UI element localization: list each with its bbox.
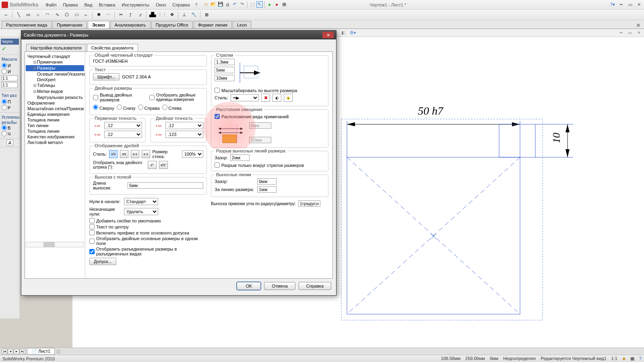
menu-edit[interactable]: Правка (60, 1, 81, 8)
circle-icon[interactable]: ○ (33, 11, 42, 19)
tree-dimensions[interactable]: ⊞Размеры (26, 65, 84, 71)
gap-input[interactable] (230, 154, 250, 161)
arrow-btn2[interactable]: ⬖ (272, 94, 281, 102)
options-icon[interactable]: ▦ (281, 1, 287, 8)
line-icon[interactable]: ╲ (14, 11, 23, 19)
prefix-check[interactable] (89, 230, 95, 235)
tree-dimxpert[interactable]: DimXpert (26, 77, 84, 82)
menu-insert[interactable]: Вставка (95, 1, 118, 8)
relations-icon[interactable]: ⊥ (180, 11, 189, 19)
print-icon[interactable]: 🖨 (225, 1, 231, 8)
tolerance-button[interactable]: Допуск... (89, 258, 116, 265)
tab-view-layout[interactable]: Расположение вида (2, 21, 52, 29)
tree-line-thickness[interactable]: Толщина линии (26, 117, 84, 123)
pos-right-radio[interactable] (138, 105, 143, 110)
sheet-next-icon[interactable]: ▸ (14, 349, 19, 354)
break-arrows-check[interactable] (215, 162, 220, 168)
pos-top-radio[interactable] (93, 105, 98, 110)
panel-tab[interactable]: Черте (1, 39, 19, 45)
stack-size-select[interactable]: 100% (182, 150, 203, 158)
minimize-icon[interactable]: ━ (618, 2, 625, 8)
convert-icon[interactable]: ⤴ (126, 11, 135, 19)
type-radio1[interactable] (2, 99, 7, 104)
type-radio2[interactable] (2, 105, 7, 110)
trailing-zeros-select[interactable]: Удалить (124, 208, 158, 215)
quick-snap-icon[interactable]: ⊞ (202, 11, 211, 19)
sheet-last-icon[interactable]: ▸| (20, 349, 25, 354)
scale-radio1[interactable] (2, 63, 7, 68)
cancel-button[interactable]: Отмена (264, 282, 295, 290)
stop-icon[interactable]: ● (274, 1, 280, 8)
ribbon-close-icon[interactable]: ✕ (636, 22, 641, 29)
primary-tol-select[interactable]: .12 (104, 131, 142, 138)
beyond-input[interactable] (257, 186, 277, 193)
frac-style3[interactable]: x-x (131, 150, 139, 158)
save-icon[interactable]: 💾 (217, 1, 224, 8)
paren-check[interactable] (89, 218, 95, 223)
tab-office[interactable]: Продукты Office (151, 21, 193, 29)
undo-icon[interactable]: ↶ (232, 1, 238, 8)
select-icon[interactable]: ⬚ (249, 1, 256, 8)
settings-tree[interactable]: Чертежный стандарт ⊞Примечания ⊞Размеры … (25, 52, 85, 278)
tab-leon[interactable]: Leon (233, 21, 251, 29)
cursor-icon[interactable]: ↖ (256, 1, 263, 8)
dialog-titlebar[interactable]: Свойства документа - Размеры ✕ (21, 31, 336, 39)
split-check[interactable] (89, 249, 95, 254)
pattern-icon[interactable]: ⋮⋮ (158, 11, 167, 19)
tree-units[interactable]: Единицы измерения (26, 111, 84, 117)
arrow-btn1[interactable]: ✖ (261, 94, 270, 102)
trim-icon[interactable]: ✂ (116, 11, 125, 19)
arrow-style-select[interactable]: ━▶ (231, 94, 259, 101)
polygon-icon[interactable]: ⬡ (62, 11, 71, 19)
arrow-val2[interactable] (215, 67, 235, 73)
offset2-input[interactable] (249, 137, 271, 143)
help2-icon[interactable]: ?▾ (609, 2, 616, 8)
dim-label-1[interactable]: 50 h7 (418, 105, 443, 117)
tree-drafting-std[interactable]: Чертежный стандарт (26, 53, 84, 59)
dual-display-check[interactable] (93, 95, 98, 100)
font-button[interactable]: Шрифт... (93, 73, 120, 80)
slot-icon[interactable]: ⬭ (72, 11, 81, 19)
sec-btn2[interactable]: ⚙▾ (349, 30, 357, 36)
dialog-tab-user[interactable]: Настройки пользователя (26, 44, 86, 51)
prime-btn2[interactable]: x/x″ (159, 161, 168, 169)
tree-virtual-sharps[interactable]: Виртуальная резкость (26, 95, 84, 100)
prime-btn1[interactable]: x″ (148, 161, 157, 169)
tab-annotation[interactable]: Примечание (52, 21, 87, 29)
dialog-tab-document[interactable]: Свойства документа (87, 44, 138, 51)
menu-tools[interactable]: Инструменты (118, 1, 153, 8)
dim-label-2[interactable]: 10 (551, 133, 563, 143)
leading-zeros-select[interactable]: Стандарт (124, 198, 158, 205)
doc-close-icon[interactable]: ✕ (635, 30, 642, 36)
tree-image-quality[interactable]: Качество изображения (26, 134, 84, 140)
tree-grid[interactable]: Масштабная сетка/Привязк (26, 106, 84, 111)
sheet-first-icon[interactable]: |◂ (2, 349, 7, 354)
tree-detailing[interactable]: Оформление (26, 100, 84, 106)
scale-height-check[interactable] (215, 88, 220, 93)
move-icon[interactable]: ✥ (167, 11, 176, 19)
tree-line-style[interactable]: Тип линии (26, 123, 84, 128)
redo-icon[interactable]: ↷ (239, 1, 246, 8)
center-check[interactable] (89, 224, 95, 229)
arrow-btn3[interactable]: ◆ (284, 94, 293, 102)
menu-help[interactable]: Справка (169, 1, 193, 8)
open-icon[interactable]: 📂 (210, 1, 217, 8)
dual-tol-select[interactable]: .123 (165, 131, 203, 138)
sec-btn1[interactable]: ◧ (340, 30, 347, 36)
scale-combo1[interactable]: 1:1 (2, 75, 18, 81)
add-sheet-icon[interactable]: ◫ (56, 349, 60, 354)
rebuild-icon[interactable]: ● (266, 1, 273, 8)
tab-sketch[interactable]: Эскиз (88, 21, 109, 29)
fillet-icon[interactable]: ⌐ (82, 11, 91, 19)
tree-annotations[interactable]: ⊞Примечания (26, 59, 84, 65)
menu-file[interactable]: Файл (42, 1, 60, 8)
pos-left-radio[interactable] (162, 105, 167, 110)
menu-window[interactable]: Окно (153, 1, 169, 8)
point-icon[interactable]: ✱ (94, 11, 103, 19)
sheet-prev-icon[interactable]: ◂ (8, 349, 13, 354)
dialog-close-icon[interactable]: ✕ (322, 32, 334, 38)
tree-sheet-metal[interactable]: Листовой металл (26, 140, 84, 145)
dual-units-check[interactable] (149, 95, 155, 100)
smart-dim-icon[interactable]: ↔ (2, 11, 10, 19)
dual-prec-select[interactable]: .12 (165, 122, 203, 129)
